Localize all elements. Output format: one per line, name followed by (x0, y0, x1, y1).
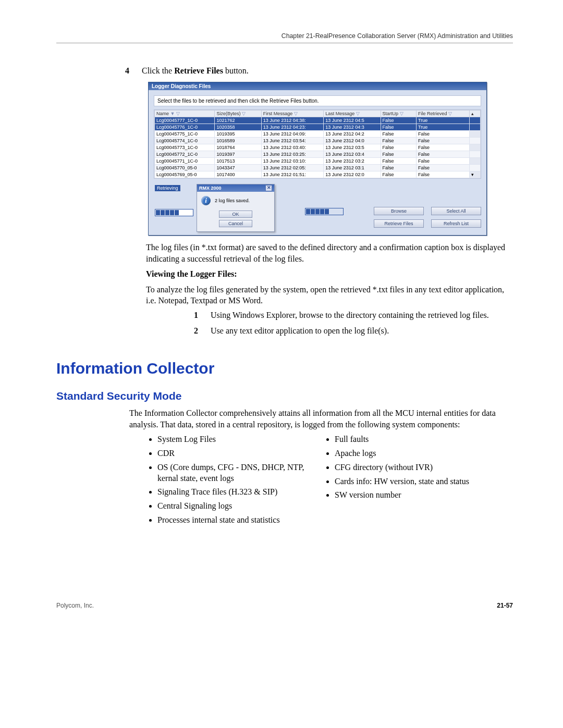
subsection-heading: Standard Security Mode (56, 390, 513, 402)
cell-name: Lcg00045774_1C-0 (155, 138, 215, 144)
cell-last: 13 June 2312 04:5 (324, 117, 381, 124)
scrollbar-track[interactable] (470, 158, 481, 165)
step-number: 1 (194, 311, 211, 320)
cell-first: 13 June 2312 02:05: (261, 165, 323, 171)
select-all-button[interactable]: Select All (431, 207, 481, 215)
cell-size: 1043347 (215, 165, 261, 171)
browse-button[interactable]: Browse (374, 207, 424, 215)
col-size[interactable]: Size(Bytes) ▽ (215, 110, 261, 117)
table-row[interactable]: Lcg00045773_1C-0101876413 June 2312 03:4… (155, 144, 481, 151)
table-row[interactable]: Lcg00045777_1C-0102176213 June 2312 04:3… (155, 117, 481, 124)
ok-button[interactable]: OK (219, 211, 252, 218)
list-item: Cards info: HW version, state and status (335, 476, 513, 487)
cell-name: Lcg00045769_05-0 (155, 171, 215, 178)
cell-last: 13 June 2312 02:0 (324, 171, 381, 178)
cell-first: 13 June 2312 03:54: (261, 138, 323, 144)
footer-page: 21-57 (497, 602, 513, 609)
scrollbar-track[interactable] (470, 144, 481, 151)
cell-startup: False (381, 144, 416, 151)
step-number: 2 (194, 326, 211, 336)
col-first[interactable]: First Message ▽ (261, 110, 323, 117)
cell-retrieved: False (416, 144, 469, 151)
scrollbar-track[interactable] (470, 165, 481, 171)
info-icon: i (201, 196, 211, 205)
cell-startup: False (381, 171, 416, 178)
cell-retrieved: False (416, 158, 469, 165)
cell-last: 13 June 2312 03:5 (324, 144, 381, 151)
cell-first: 13 June 2312 03:25: (261, 151, 323, 158)
table-row[interactable]: Lcg00045775_1C-0101939513 June 2312 04:0… (155, 131, 481, 138)
file-table[interactable]: Name ▼ ▽ Size(Bytes) ▽ First Message ▽ L… (154, 110, 481, 178)
dialog-title: Logger Diagnostic Files (149, 82, 486, 90)
progress-bar-right-wrap (305, 185, 344, 215)
list-item: CDR (157, 448, 314, 459)
cell-startup: False (381, 131, 416, 138)
list-item: System Log Files (157, 434, 314, 445)
close-icon[interactable]: ✕ (265, 185, 272, 191)
table-row[interactable]: Lcg00045771_1C-0101751313 June 2312 03:1… (155, 158, 481, 165)
list-item: SW version number (335, 490, 513, 501)
cell-name: Lcg00045776_1C-0 (155, 124, 215, 131)
scrollbar-track[interactable] (470, 151, 481, 158)
page-footer: Polycom, Inc. 21-57 (56, 602, 513, 609)
cell-name: Lcg00045775_1C-0 (155, 131, 215, 138)
section-intro: The Information Collector comprehensivel… (129, 408, 513, 430)
cell-startup: False (381, 124, 416, 131)
scroll-up-icon[interactable]: ▴ (470, 110, 481, 117)
retrieving-label: Retrieving (155, 185, 180, 191)
table-row[interactable]: Lcg00045774_1C-0101658913 June 2312 03:5… (155, 138, 481, 144)
action-buttons: Browse Select All Retrieve Files Refresh… (373, 206, 480, 229)
refresh-list-button[interactable]: Refresh List (431, 219, 481, 228)
retrieve-files-button[interactable]: Retrieve Files (374, 219, 424, 228)
logger-dialog: Logger Diagnostic Files Select the files… (148, 82, 487, 236)
cell-first: 13 June 2312 01:51: (261, 171, 323, 178)
section-heading: Information Collector (56, 360, 513, 377)
msgbox-text: 2 log files saved. (215, 198, 250, 203)
dialog-instruction: Select the files to be retrieved and the… (154, 95, 481, 106)
table-row[interactable]: Lcg00045770_05-0104334713 June 2312 02:0… (155, 165, 481, 171)
footer-company: Polycom, Inc. (56, 602, 94, 609)
cell-retrieved: False (416, 165, 469, 171)
list-step: 2Use any text editor application to open… (194, 326, 513, 336)
cell-first: 13 June 2312 04:23: (261, 124, 323, 131)
col-last[interactable]: Last Message ▽ (324, 110, 381, 117)
cell-first: 13 June 2312 04:38: (261, 117, 323, 124)
table-row[interactable]: Lcg00045769_05-0101740013 June 2312 01:5… (155, 171, 481, 178)
scrollbar-track[interactable] (470, 131, 481, 138)
progress-block: Retrieving RMX 2000 ✕ i 2 log files save… (155, 185, 290, 216)
msgbox-title: RMX 2000 (199, 186, 222, 191)
scrollbar-track[interactable]: ▾ (470, 171, 481, 178)
confirmation-msgbox: RMX 2000 ✕ i 2 log files saved. OK Cance… (197, 184, 275, 232)
cell-size: 1019397 (215, 151, 261, 158)
after-screenshot-text: The log files (in *.txt format) are save… (146, 242, 513, 264)
cell-name: Lcg00045770_05-0 (155, 165, 215, 171)
list-item: Central Signaling logs (157, 501, 314, 512)
step4-post: button. (223, 66, 249, 75)
list-item: Processes internal state and statistics (157, 515, 314, 526)
cell-name: Lcg00045772_1C-0 (155, 151, 215, 158)
scrollbar-track[interactable] (470, 124, 481, 131)
col-startup[interactable]: StartUp ▽ (381, 110, 416, 117)
scrollbar-track[interactable] (470, 138, 481, 144)
col-retrieved[interactable]: File Retrieved ▽ (416, 110, 469, 117)
cell-name: Lcg00045771_1C-0 (155, 158, 215, 165)
cell-size: 1017400 (215, 171, 261, 178)
cell-startup: False (381, 151, 416, 158)
progress-bar-left (155, 209, 193, 216)
cell-startup: False (381, 158, 416, 165)
cell-retrieved: True (416, 117, 469, 124)
list-item: OS (Core dumps, CFG - DNS, DHCP, NTP, ke… (157, 462, 314, 484)
cell-retrieved: True (416, 124, 469, 131)
cell-startup: False (381, 165, 416, 171)
step-text: Click the Retrieve Files button. (142, 66, 249, 76)
list-item: Apache logs (335, 448, 513, 459)
table-row[interactable]: Lcg00045776_1C-0102035813 June 2312 04:2… (155, 124, 481, 131)
step-4-row: 4 Click the Retrieve Files button. (125, 66, 513, 76)
table-row[interactable]: Lcg00045772_1C-0101939713 June 2312 03:2… (155, 151, 481, 158)
col-name[interactable]: Name ▼ ▽ (155, 110, 215, 117)
cancel-button[interactable]: Cancel (219, 220, 252, 227)
list-step: 1Using Windows Explorer, browse to the d… (194, 311, 513, 320)
step-number: 4 (125, 66, 142, 76)
scrollbar-track[interactable] (470, 117, 481, 124)
cell-last: 13 June 2312 03:1 (324, 165, 381, 171)
